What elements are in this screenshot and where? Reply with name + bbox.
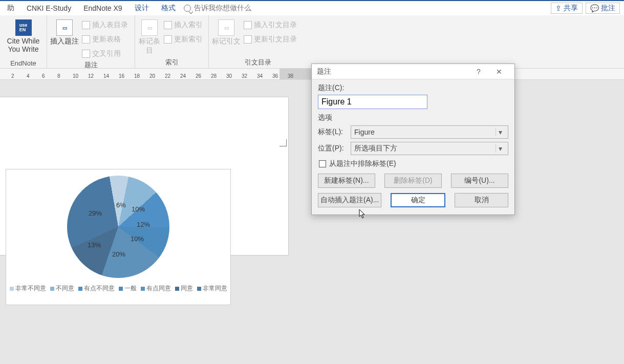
tell-me[interactable]: 告诉我你想做什么 <box>184 4 251 13</box>
ruler-tick: 10 <box>73 73 78 79</box>
legend-item: 一般 <box>119 284 137 293</box>
toc-icon <box>244 21 252 29</box>
legend-swatch-icon <box>78 287 82 291</box>
comment-icon: 💬 <box>590 4 599 12</box>
legend-swatch-icon <box>141 287 145 291</box>
tab-endnote[interactable]: EndNote X9 <box>77 1 128 15</box>
group-index-label: 索引 <box>135 57 208 68</box>
delete-label-button: 删除标签(D) <box>384 174 442 188</box>
close-icon[interactable]: ✕ <box>489 68 509 76</box>
mark-citation-label: 标记引文 <box>212 37 241 46</box>
ribbon: useEN Cite While You Write EndNote ▭ 插入题… <box>0 15 624 69</box>
share-button[interactable]: ⇪ 共享 <box>551 3 583 14</box>
numbering-button[interactable]: 编号(U)... <box>451 174 508 188</box>
legend-item: 非常不同意 <box>10 284 46 293</box>
legend-item: 同意 <box>175 284 193 293</box>
ruler-tick: 30 <box>226 73 232 79</box>
legend-swatch-icon <box>197 287 201 291</box>
position-select[interactable]: 所选项目下方 ▾ <box>351 142 508 155</box>
new-label-button[interactable]: 新建标签(N)... <box>318 174 375 188</box>
pie-label-1: 6% <box>116 201 126 209</box>
insert-index-button[interactable]: 插入索引 <box>162 19 205 31</box>
ruler-tick: 16 <box>119 73 124 79</box>
pie-label-7: 29% <box>89 209 102 217</box>
update-table-button[interactable]: 更新表格 <box>80 34 130 45</box>
ruler-tick: 12 <box>88 73 94 79</box>
legend-swatch-icon <box>175 287 179 291</box>
pie-label-3: 12% <box>137 221 150 228</box>
exclude-label-checkbox[interactable]: 从题注中排除标签(E) <box>318 159 508 168</box>
caption-input[interactable] <box>318 95 427 109</box>
update-index-button[interactable]: 更新索引 <box>162 34 205 45</box>
tab-help[interactable]: 助 <box>1 1 20 15</box>
tab-design[interactable]: 设计 <box>128 1 155 15</box>
comments-label: 批注 <box>601 4 615 13</box>
page-corner-marker <box>279 139 287 146</box>
cancel-button[interactable]: 取消 <box>455 193 508 207</box>
pie-label-2: 10% <box>132 205 145 213</box>
checkbox-icon <box>319 160 326 167</box>
legend-item: 不同意 <box>50 284 74 293</box>
mark-entry-button[interactable]: ▭ 标记条目 <box>137 17 162 55</box>
insert-caption-button[interactable]: ▭ 插入题注 <box>49 17 80 46</box>
cite-while-you-write-button[interactable]: useEN Cite While You Write <box>2 17 45 53</box>
link-icon <box>82 50 90 58</box>
mark-citation-button[interactable]: ▭ 标记引文 <box>211 17 242 46</box>
ok-button[interactable]: 确定 <box>391 193 445 207</box>
ruler-tick: 4 <box>27 73 30 79</box>
group-citation-label: 引文目录 <box>209 57 307 68</box>
comments-button[interactable]: 💬 批注 <box>586 3 620 14</box>
chevron-down-icon: ▾ <box>496 128 505 136</box>
list-icon <box>82 21 90 29</box>
insert-table-figures-button[interactable]: 插入表目录 <box>80 19 130 31</box>
position-field-label: 位置(P): <box>318 144 351 153</box>
position-select-value: 所选项目下方 <box>354 144 397 153</box>
legend-item: 有点不同意 <box>78 284 115 293</box>
ruler-tick: 34 <box>257 73 263 79</box>
refresh-icon <box>164 35 172 44</box>
ruler-tick: 28 <box>211 73 217 79</box>
legend-swatch-icon <box>119 287 123 291</box>
ruler-tick: 2 <box>11 73 14 79</box>
ruler-tick: 14 <box>103 73 109 79</box>
group-caption-label: 题注 <box>47 59 135 69</box>
chart-object[interactable]: 6% 10% 12% 10% 20% 13% 29% 非常不同意不同意有点不同意… <box>6 169 231 305</box>
pie-label-6: 13% <box>88 241 101 249</box>
refresh-icon <box>244 35 252 44</box>
tab-cnki[interactable]: CNKI E-Study <box>20 1 77 15</box>
ruler-tick: 18 <box>134 73 140 79</box>
ruler-tick: 32 <box>242 73 247 79</box>
label-select-value: Figure <box>354 128 375 136</box>
ruler-tick: 6 <box>42 73 45 79</box>
mark-entry-label: 标记条目 <box>137 37 162 55</box>
entry-icon: ▭ <box>141 19 158 36</box>
ruler-tick: 38 <box>288 73 293 79</box>
share-icon: ⇪ <box>555 4 562 12</box>
refresh-icon <box>82 35 90 44</box>
caption-field-label: 题注(C): <box>318 83 508 93</box>
ruler-tick: 20 <box>149 73 155 79</box>
search-icon <box>184 5 191 12</box>
update-citation-toc-button[interactable]: 更新引文目录 <box>242 34 299 45</box>
citation-icon: ▭ <box>218 19 234 36</box>
label-field-label: 标签(L): <box>318 127 351 137</box>
share-label: 共享 <box>564 4 578 13</box>
cross-reference-button[interactable]: 交叉引用 <box>80 48 130 59</box>
index-icon <box>164 21 172 29</box>
help-icon[interactable]: ? <box>468 68 489 76</box>
endnote-icon: useEN <box>15 19 32 36</box>
ruler-tick: 22 <box>165 73 170 79</box>
caption-icon: ▭ <box>56 19 73 36</box>
auto-caption-button[interactable]: 自动插入题注(A)... <box>318 193 381 207</box>
tab-format[interactable]: 格式 <box>155 1 182 15</box>
cite-label: Cite While You Write <box>2 37 45 53</box>
exclude-label-text: 从题注中排除标签(E) <box>329 159 396 168</box>
ruler-tick: 36 <box>272 73 278 79</box>
dialog-title: 题注 <box>317 67 468 76</box>
legend-swatch-icon <box>10 287 14 291</box>
pie-label-4: 10% <box>131 235 144 243</box>
label-select[interactable]: Figure ▾ <box>351 125 508 139</box>
insert-citation-toc-button[interactable]: 插入引文目录 <box>242 19 299 31</box>
group-endnote-label: EndNote <box>0 58 47 68</box>
options-section-label: 选项 <box>318 113 508 122</box>
